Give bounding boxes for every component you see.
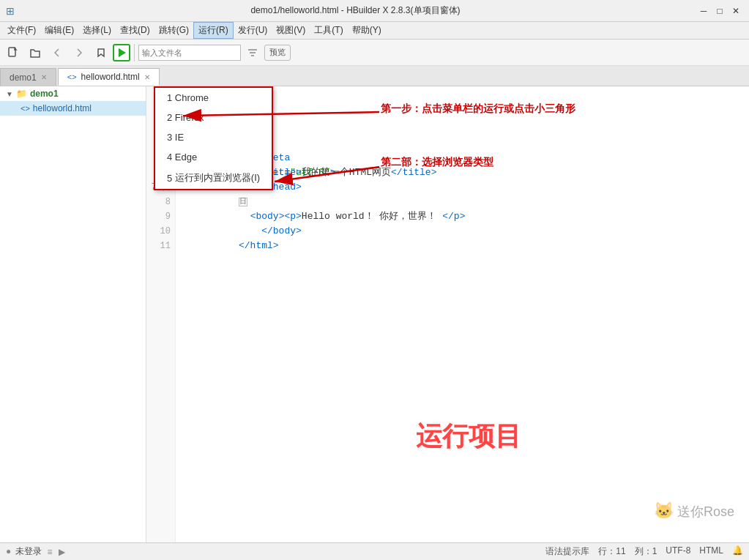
main-area: ▼ 📁 demo1 <> helloworld.html 1 2 3 4 5 6… — [0, 86, 749, 542]
annotation-step2: 第二部：选择浏览器类型 — [381, 156, 493, 169]
sidebar-folder-label: demo1 — [30, 89, 59, 99]
maximize-button[interactable]: □ — [712, 4, 727, 18]
preview-button[interactable]: 预览 — [264, 45, 291, 61]
browser-num: 5 — [167, 173, 175, 184]
tab-close-icon[interactable]: ✕ — [41, 73, 47, 81]
browser-num: 1 — [167, 92, 175, 103]
status-outline-icon: ≡ — [48, 547, 53, 557]
status-login: ● 未登录 — [6, 545, 42, 558]
menu-tools[interactable]: 工具(T) — [310, 23, 347, 38]
minimize-button[interactable]: ─ — [696, 4, 711, 18]
file-icon: <> — [21, 104, 30, 113]
status-hints: 语法提示库 — [545, 545, 589, 558]
tab-file-icon: <> — [67, 72, 77, 81]
status-bar: ● 未登录 ≡ ▶ 语法提示库 行：11 列：1 UTF-8 HTML 🔔 — [0, 542, 749, 560]
back-button[interactable] — [47, 42, 67, 63]
menu-run[interactable]: 运行(R) — [193, 22, 234, 39]
app-icon: ⊞ — [6, 5, 15, 17]
menu-file[interactable]: 文件(F) — [3, 23, 40, 38]
open-file-button[interactable] — [25, 42, 45, 63]
sidebar-item-helloworld[interactable]: <> helloworld.html — [0, 101, 146, 116]
tab-bar: demo1 ✕ <> helloworld.html ✕ — [0, 66, 749, 86]
menu-view[interactable]: 视图(V) — [272, 23, 310, 38]
window-title: demo1/helloworld.html - HBuilder X 2.8.3… — [15, 4, 696, 17]
toolbar-separator — [134, 44, 135, 61]
browser-num: 2 — [167, 112, 175, 123]
file-search-input[interactable] — [138, 45, 241, 61]
run-triangle-icon — [119, 48, 126, 57]
menu-edit[interactable]: 编辑(E) — [40, 23, 78, 38]
status-col: 列：1 — [635, 545, 657, 558]
browser-option-builtin[interactable]: 5 运行到内置浏览器(I) — [155, 167, 272, 189]
tab-helloworld[interactable]: <> helloworld.html ✕ — [58, 68, 160, 86]
watermark: 🐱 送你Rose — [654, 501, 734, 520]
status-terminal-icon: ▶ — [59, 547, 65, 557]
browser-option-edge[interactable]: 4 Edge — [155, 147, 272, 167]
title-bar-left: ⊞ — [6, 5, 15, 17]
status-filetype: HTML — [699, 545, 723, 558]
browser-label: 运行到内置浏览器(I) — [175, 171, 260, 184]
browser-option-ie[interactable]: 3 IE — [155, 127, 272, 147]
forward-button[interactable] — [69, 42, 89, 63]
run-project-text: 运行项目 — [416, 419, 521, 455]
title-bar-controls: ─ □ ✕ — [696, 4, 743, 18]
browser-dropdown: 1 Chrome 2 Firefox 3 IE 4 Edge 5 运行到内置浏览… — [154, 86, 273, 190]
menu-goto[interactable]: 跳转(G) — [154, 23, 193, 38]
expand-icon: ▼ — [6, 90, 13, 98]
browser-option-firefox[interactable]: 2 Firefox — [155, 108, 272, 127]
folder-icon: 📁 — [16, 89, 27, 99]
run-button[interactable] — [113, 44, 130, 61]
close-button[interactable]: ✕ — [728, 4, 743, 18]
tab-label: helloworld.html — [81, 72, 140, 82]
menu-select[interactable]: 选择(L) — [78, 23, 116, 38]
new-file-button[interactable] — [3, 42, 23, 63]
filter-button[interactable] — [242, 42, 263, 63]
status-right: 语法提示库 行：11 列：1 UTF-8 HTML 🔔 — [545, 545, 743, 558]
tab-close-icon[interactable]: ✕ — [144, 73, 150, 81]
browser-label: Edge — [175, 152, 197, 163]
fold-icon[interactable]: 日 — [239, 198, 247, 206]
status-encoding: UTF-8 — [666, 545, 690, 558]
line-num-10: 10 — [146, 224, 175, 239]
code-line-8: <p>Hello world！ 你好，世界！ </p> — [182, 195, 749, 209]
menu-help[interactable]: 帮助(Y) — [348, 23, 386, 38]
menu-publish[interactable]: 发行(U) — [234, 23, 272, 38]
tab-label: demo1 — [10, 72, 37, 83]
line-num-9: 9 — [146, 209, 175, 224]
tab-demo1[interactable]: demo1 ✕ — [0, 68, 56, 86]
browser-label: Firefox — [175, 112, 204, 123]
status-line: 行：11 — [598, 545, 625, 558]
status-bell-icon[interactable]: 🔔 — [732, 545, 743, 558]
menu-bar: 文件(F) 编辑(E) 选择(L) 查找(D) 跳转(G) 运行(R) 发行(U… — [0, 22, 749, 40]
browser-label: Chrome — [175, 92, 209, 103]
toolbar: 预览 — [0, 40, 749, 66]
sidebar-item-demo1[interactable]: ▼ 📁 demo1 — [0, 86, 146, 101]
title-bar: ⊞ demo1/helloworld.html - HBuilder X 2.8… — [0, 0, 749, 22]
browser-num: 4 — [167, 152, 175, 163]
sidebar: ▼ 📁 demo1 <> helloworld.html — [0, 86, 146, 542]
menu-find[interactable]: 查找(D) — [116, 23, 154, 38]
bookmark-button[interactable] — [91, 42, 111, 63]
sidebar-file-label: helloworld.html — [33, 103, 92, 113]
browser-num: 3 — [167, 132, 175, 143]
browser-option-chrome[interactable]: 1 Chrome — [155, 88, 272, 108]
svg-rect-0 — [9, 48, 15, 56]
annotation-step1: 第一步：点击菜单栏的运行或点击小三角形 — [381, 102, 575, 116]
editor-area: 1 2 3 4 5 6 7 日 8 9 10 11 <meta charse — [146, 86, 749, 542]
line-num-11: 11 — [146, 239, 175, 253]
browser-label: IE — [175, 132, 184, 143]
line-num-8: 8 — [146, 195, 175, 209]
